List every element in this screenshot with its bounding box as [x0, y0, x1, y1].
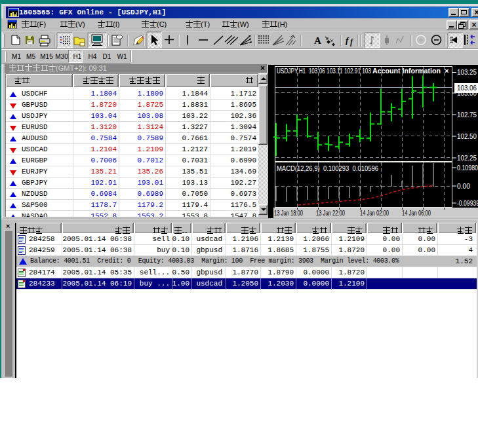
svg-text:103.25: 103.25: [457, 68, 477, 76]
svg-text:A: A: [314, 35, 321, 46]
svg-text:103.06: 103.06: [457, 84, 477, 92]
svg-text:0.10980: 0.10980: [457, 164, 478, 172]
svg-text:f: f: [346, 35, 349, 45]
svg-text:102.75: 102.75: [457, 111, 477, 119]
svg-text:×: ×: [445, 67, 448, 75]
svg-text:14 Jan 06:00: 14 Jan 06:00: [402, 209, 431, 217]
svg-text:13 Jan 18:00: 13 Jan 18:00: [274, 209, 303, 217]
svg-text:102.50: 102.50: [457, 132, 477, 140]
svg-text:Account Information: Account Information: [372, 67, 441, 75]
svg-text:MACD(12,26,9) 0.100293 0.010: MACD(12,26,9) 0.100293 0.010596: [277, 164, 378, 172]
svg-text:0.00: 0.00: [457, 182, 470, 190]
svg-text:102.25: 102.25: [457, 154, 477, 162]
svg-text:14 Jan 02:00: 14 Jan 02:00: [360, 209, 389, 217]
svg-text:f: f: [350, 37, 353, 47]
svg-text:13 Jan 22:00: 13 Jan 22:00: [316, 209, 345, 217]
svg-text:USDJPY,H1 103.06 103.11 102.9: USDJPY,H1 103.06 103.11 102.91 103: [277, 67, 371, 75]
svg-text:-0.09939: -0.09939: [457, 199, 478, 207]
